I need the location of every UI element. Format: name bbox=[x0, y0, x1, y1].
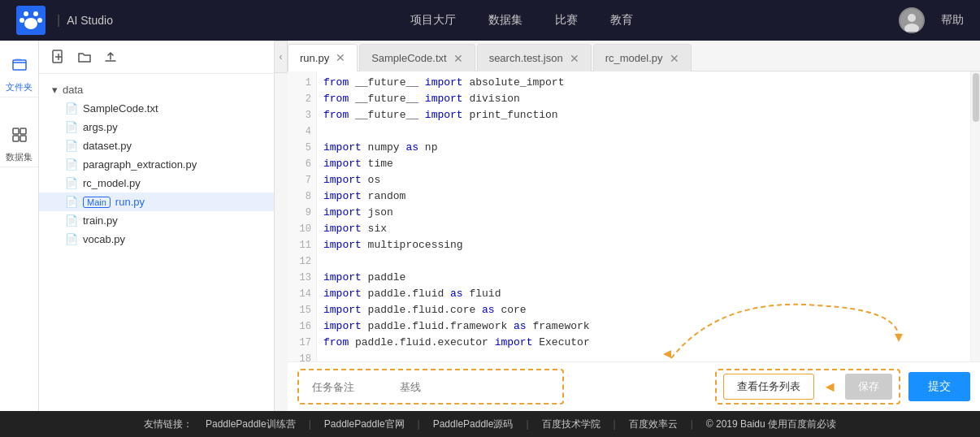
tab-close-icon[interactable]: ✕ bbox=[453, 53, 463, 64]
file-icon: 📄 bbox=[65, 196, 78, 208]
filename: train.py bbox=[83, 214, 118, 227]
filename: dataset.py bbox=[83, 140, 132, 152]
footer: 友情链接： PaddlePaddle训练营 | PaddlePaddle官网 |… bbox=[0, 411, 980, 437]
tab-close-icon[interactable]: ✕ bbox=[570, 53, 579, 64]
footer-link-3[interactable]: 百度技术学院 bbox=[542, 418, 601, 431]
tab-search-test[interactable]: search.test.json ✕ bbox=[477, 44, 592, 71]
tab-label: SampleCode.txt bbox=[371, 52, 447, 64]
editor-area: run.py ✕ SampleCode.txt ✕ search.test.js… bbox=[288, 41, 980, 411]
file-panel: ▾ data 📄 SampleCode.txt 📄 args.py 📄 data… bbox=[39, 41, 275, 411]
scrollbar[interactable] bbox=[970, 71, 980, 361]
bottom-bar: 查看任务列表 ◄ 保存 提交 bbox=[288, 361, 980, 411]
baseline-input[interactable] bbox=[393, 374, 556, 400]
tab-label: run.py bbox=[300, 52, 329, 64]
list-item[interactable]: 📄 paragraph_extraction.py bbox=[39, 155, 274, 174]
logo-separator: | bbox=[57, 13, 60, 28]
list-item[interactable]: 📄 Main run.py bbox=[39, 193, 274, 211]
tab-run-py[interactable]: run.py ✕ bbox=[288, 44, 358, 71]
scroll-thumb[interactable] bbox=[973, 73, 979, 122]
baidu-icon bbox=[16, 6, 46, 35]
file-icon: 📄 bbox=[65, 233, 78, 245]
filename: run.py bbox=[115, 196, 145, 208]
studio-label: AI Studio bbox=[67, 14, 113, 27]
logo-area: | AI Studio bbox=[16, 6, 113, 35]
svg-point-2 bbox=[33, 11, 38, 16]
footer-prefix: 友情链接： bbox=[144, 418, 193, 431]
panel-collapse-btn[interactable]: ‹ bbox=[275, 41, 288, 73]
svg-point-1 bbox=[24, 11, 28, 16]
svg-rect-13 bbox=[20, 136, 26, 141]
footer-copyright: © 2019 Baidu 使用百度前必读 bbox=[706, 418, 836, 431]
sidebar-icon-panel: 文件夹 数据集 bbox=[0, 41, 39, 411]
list-item[interactable]: 📄 train.py bbox=[39, 211, 274, 230]
root-folder[interactable]: ▾ data bbox=[39, 80, 274, 99]
upload-btn[interactable] bbox=[101, 47, 120, 67]
task-note-input[interactable] bbox=[306, 374, 387, 400]
list-item[interactable]: 📄 dataset.py bbox=[39, 136, 274, 155]
line-numbers: 123456789101112131415161718192021222324 bbox=[288, 71, 317, 361]
tab-close-icon[interactable]: ✕ bbox=[336, 52, 345, 63]
nav-competition[interactable]: 比赛 bbox=[555, 13, 578, 28]
nav-projects[interactable]: 项目大厅 bbox=[410, 13, 456, 28]
folder-name: data bbox=[63, 84, 83, 96]
action-section: 查看任务列表 ◄ 保存 bbox=[715, 369, 900, 405]
list-item[interactable]: 📄 args.py bbox=[39, 118, 274, 136]
tab-close-icon[interactable]: ✕ bbox=[670, 53, 679, 64]
svg-point-3 bbox=[20, 18, 24, 23]
view-tasks-button[interactable]: 查看任务列表 bbox=[723, 374, 814, 400]
editor-tabs: run.py ✕ SampleCode.txt ✕ search.test.js… bbox=[288, 41, 980, 71]
svg-point-7 bbox=[908, 14, 916, 22]
filename: vocab.py bbox=[83, 233, 125, 245]
datasets-icon[interactable] bbox=[5, 120, 34, 149]
svg-rect-12 bbox=[13, 136, 19, 141]
list-item[interactable]: 📄 rc_model.py bbox=[39, 174, 274, 193]
new-file-btn[interactable] bbox=[49, 47, 68, 67]
navbar-right: 帮助 bbox=[899, 7, 964, 33]
help-link[interactable]: 帮助 bbox=[941, 13, 964, 28]
save-button[interactable]: 保存 bbox=[845, 374, 892, 400]
code-content[interactable]: from __future__ import absolute_importfr… bbox=[317, 71, 970, 361]
main-nav: 项目大厅 数据集 比赛 教育 bbox=[145, 13, 899, 28]
file-icon: 📄 bbox=[65, 102, 78, 115]
footer-link-1[interactable]: PaddlePaddle官网 bbox=[324, 418, 405, 431]
svg-rect-11 bbox=[20, 128, 26, 134]
svg-rect-9 bbox=[13, 60, 26, 70]
datasets-label: 数据集 bbox=[6, 151, 33, 163]
file-icon: 📄 bbox=[65, 158, 78, 171]
user-avatar[interactable] bbox=[899, 7, 925, 33]
main-badge: Main bbox=[83, 197, 111, 208]
file-tree: ▾ data 📄 SampleCode.txt 📄 args.py 📄 data… bbox=[39, 74, 274, 411]
svg-rect-10 bbox=[13, 128, 19, 134]
filename: rc_model.py bbox=[83, 177, 141, 189]
nav-education[interactable]: 教育 bbox=[610, 13, 633, 28]
file-icon: 📄 bbox=[65, 121, 78, 133]
filename: paragraph_extraction.py bbox=[83, 158, 197, 171]
submit-button[interactable]: 提交 bbox=[908, 372, 970, 401]
tab-sample-code[interactable]: SampleCode.txt ✕ bbox=[359, 44, 475, 71]
new-folder-btn[interactable] bbox=[75, 47, 94, 67]
file-tools-section: 文件夹 bbox=[0, 47, 38, 97]
code-editor[interactable]: 123456789101112131415161718192021222324 … bbox=[288, 71, 980, 361]
footer-link-0[interactable]: PaddlePaddle训练营 bbox=[206, 418, 296, 431]
tab-label: rc_model.py bbox=[605, 52, 663, 64]
nav-datasets[interactable]: 数据集 bbox=[488, 13, 523, 28]
list-item[interactable]: 📄 vocab.py bbox=[39, 230, 274, 249]
file-icon: 📄 bbox=[65, 140, 78, 152]
navbar: | AI Studio 项目大厅 数据集 比赛 教育 帮助 bbox=[0, 0, 980, 41]
chevron-down-icon: ▾ bbox=[52, 84, 58, 96]
footer-link-4[interactable]: 百度效率云 bbox=[629, 418, 678, 431]
task-input-section bbox=[297, 369, 564, 405]
datasets-section: 数据集 bbox=[0, 117, 38, 167]
footer-link-2[interactable]: PaddlePaddle源码 bbox=[433, 418, 514, 431]
tab-label: search.test.json bbox=[489, 52, 563, 64]
files-label: 文件夹 bbox=[6, 81, 33, 93]
file-panel-header bbox=[39, 41, 274, 74]
filename: args.py bbox=[83, 121, 118, 133]
tab-rc-model[interactable]: rc_model.py ✕ bbox=[593, 44, 692, 71]
main-area: 文件夹 数据集 bbox=[0, 41, 980, 411]
file-browser-icon[interactable] bbox=[5, 50, 34, 80]
svg-point-4 bbox=[37, 18, 42, 23]
file-icon: 📄 bbox=[65, 177, 78, 189]
svg-point-5 bbox=[24, 18, 37, 29]
list-item[interactable]: 📄 SampleCode.txt bbox=[39, 99, 274, 118]
